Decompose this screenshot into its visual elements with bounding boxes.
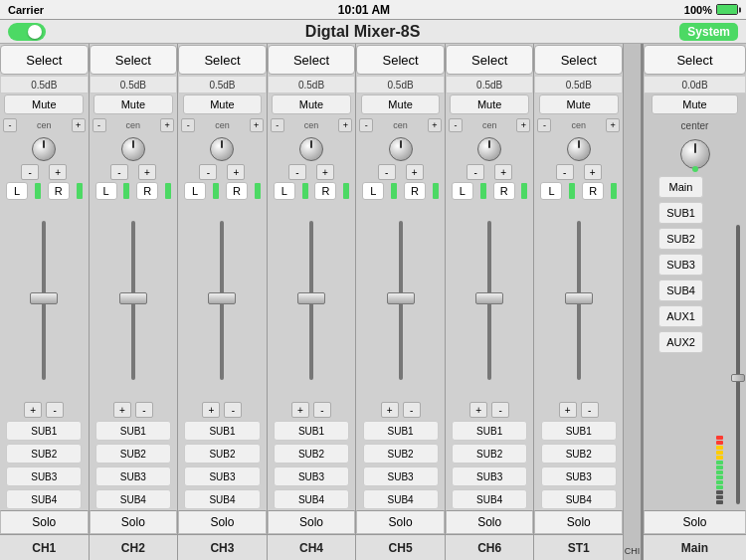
fader-handle-ch6[interactable]: [475, 292, 503, 304]
fine-plus-ch4[interactable]: +: [316, 164, 334, 180]
select-btn-ch1[interactable]: Select: [0, 45, 89, 75]
fine-minus-ch3[interactable]: -: [199, 164, 217, 180]
l-btn-ch1[interactable]: L: [6, 182, 28, 200]
sub1-btn-ch3[interactable]: SUB1: [184, 421, 260, 441]
mute-btn-ch6[interactable]: Mute: [450, 94, 529, 114]
pan-plus-ch6[interactable]: +: [516, 118, 530, 132]
vol-plus-ch1[interactable]: +: [24, 402, 42, 418]
r-btn-ch4[interactable]: R: [314, 182, 336, 200]
fine-minus-ch5[interactable]: -: [378, 164, 396, 180]
pan-plus-ch4[interactable]: +: [338, 118, 352, 132]
sub4-btn-st1[interactable]: SUB4: [541, 489, 617, 509]
r-btn-ch6[interactable]: R: [493, 182, 515, 200]
fine-minus-ch4[interactable]: -: [288, 164, 306, 180]
sub4-btn-ch1[interactable]: SUB4: [6, 489, 82, 509]
fader-handle-ch1[interactable]: [30, 292, 58, 304]
l-btn-st1[interactable]: L: [540, 182, 562, 200]
vol-minus-st1[interactable]: -: [581, 402, 599, 418]
system-button[interactable]: System: [679, 23, 738, 41]
master-pan-knob[interactable]: [680, 139, 710, 169]
pan-plus-ch5[interactable]: +: [428, 118, 442, 132]
fine-plus-ch3[interactable]: +: [227, 164, 245, 180]
r-btn-ch1[interactable]: R: [48, 182, 70, 200]
vol-plus-ch6[interactable]: +: [469, 402, 487, 418]
pan-minus-st1[interactable]: -: [537, 118, 551, 132]
sub2-btn-ch1[interactable]: SUB2: [6, 444, 82, 464]
sub2-btn-ch4[interactable]: SUB2: [274, 444, 349, 464]
sub4-btn-ch5[interactable]: SUB4: [363, 489, 439, 509]
select-btn-ch2[interactable]: Select: [90, 45, 178, 75]
l-btn-ch2[interactable]: L: [95, 182, 117, 200]
vol-minus-ch2[interactable]: -: [135, 402, 153, 418]
l-btn-ch5[interactable]: L: [362, 182, 384, 200]
master-select-btn[interactable]: Select: [644, 45, 746, 75]
vol-plus-st1[interactable]: +: [559, 402, 577, 418]
sub1-btn-ch5[interactable]: SUB1: [363, 421, 439, 441]
l-btn-ch3[interactable]: L: [184, 182, 206, 200]
pan-minus-ch1[interactable]: -: [3, 118, 17, 132]
fine-minus-ch6[interactable]: -: [466, 164, 484, 180]
mute-btn-st1[interactable]: Mute: [539, 94, 619, 114]
pan-knob-ch2[interactable]: [121, 137, 145, 161]
select-btn-ch3[interactable]: Select: [178, 45, 267, 75]
solo-btn-ch5[interactable]: Solo: [356, 510, 445, 534]
master-route-sub3[interactable]: SUB3: [658, 254, 702, 276]
pan-knob-st1[interactable]: [567, 137, 591, 161]
vol-plus-ch3[interactable]: +: [202, 402, 220, 418]
vol-plus-ch5[interactable]: +: [381, 402, 399, 418]
sub1-btn-ch4[interactable]: SUB1: [274, 421, 349, 441]
pan-minus-ch4[interactable]: -: [271, 118, 284, 132]
power-toggle[interactable]: [8, 23, 46, 41]
sub4-btn-ch6[interactable]: SUB4: [452, 489, 527, 509]
master-route-aux1[interactable]: AUX1: [658, 305, 702, 327]
fader-handle-st1[interactable]: [565, 292, 593, 304]
pan-minus-ch2[interactable]: -: [93, 118, 106, 132]
master-mute-btn[interactable]: Mute: [652, 94, 739, 114]
fader-handle-ch4[interactable]: [297, 292, 325, 304]
fader-handle-ch3[interactable]: [208, 292, 236, 304]
master-route-main[interactable]: Main: [658, 176, 702, 198]
r-btn-st1[interactable]: R: [582, 182, 604, 200]
pan-knob-ch4[interactable]: [299, 137, 323, 161]
solo-btn-ch4[interactable]: Solo: [268, 510, 356, 534]
mute-btn-ch3[interactable]: Mute: [183, 94, 263, 114]
vol-minus-ch1[interactable]: -: [46, 402, 64, 418]
vol-plus-ch4[interactable]: +: [291, 402, 309, 418]
sub3-btn-st1[interactable]: SUB3: [541, 467, 617, 486]
sub2-btn-ch6[interactable]: SUB2: [452, 444, 527, 464]
pan-plus-ch3[interactable]: +: [250, 118, 264, 132]
sub2-btn-ch3[interactable]: SUB2: [184, 444, 260, 464]
master-route-sub4[interactable]: SUB4: [658, 280, 702, 301]
solo-btn-st1[interactable]: Solo: [534, 510, 623, 534]
solo-btn-ch2[interactable]: Solo: [90, 510, 178, 534]
mute-btn-ch4[interactable]: Mute: [272, 94, 351, 114]
select-btn-ch5[interactable]: Select: [356, 45, 445, 75]
l-btn-ch4[interactable]: L: [274, 182, 295, 200]
pan-plus-ch1[interactable]: +: [72, 118, 86, 132]
master-route-sub2[interactable]: SUB2: [658, 228, 702, 250]
sub1-btn-ch6[interactable]: SUB1: [452, 421, 527, 441]
fine-plus-ch2[interactable]: +: [138, 164, 156, 180]
pan-knob-ch6[interactable]: [477, 137, 501, 161]
sub1-btn-ch2[interactable]: SUB1: [95, 421, 171, 441]
pan-knob-ch3[interactable]: [210, 137, 234, 161]
sub3-btn-ch1[interactable]: SUB3: [6, 467, 82, 486]
master-fader-handle[interactable]: [731, 374, 745, 382]
sub3-btn-ch3[interactable]: SUB3: [184, 467, 260, 486]
pan-knob-ch1[interactable]: [32, 137, 56, 161]
select-btn-ch6[interactable]: Select: [446, 45, 534, 75]
solo-btn-ch1[interactable]: Solo: [0, 510, 89, 534]
mute-btn-ch2[interactable]: Mute: [93, 94, 173, 114]
fader-handle-ch5[interactable]: [387, 292, 415, 304]
fader-handle-ch2[interactable]: [119, 292, 147, 304]
sub4-btn-ch3[interactable]: SUB4: [184, 489, 260, 509]
sub4-btn-ch4[interactable]: SUB4: [274, 489, 349, 509]
sub1-btn-ch1[interactable]: SUB1: [6, 421, 82, 441]
l-btn-ch6[interactable]: L: [452, 182, 473, 200]
r-btn-ch2[interactable]: R: [136, 182, 158, 200]
fine-minus-ch2[interactable]: -: [110, 164, 128, 180]
fine-minus-st1[interactable]: -: [556, 164, 574, 180]
mute-btn-ch1[interactable]: Mute: [4, 94, 84, 114]
master-solo-btn[interactable]: Solo: [644, 510, 746, 534]
pan-plus-st1[interactable]: +: [606, 118, 620, 132]
